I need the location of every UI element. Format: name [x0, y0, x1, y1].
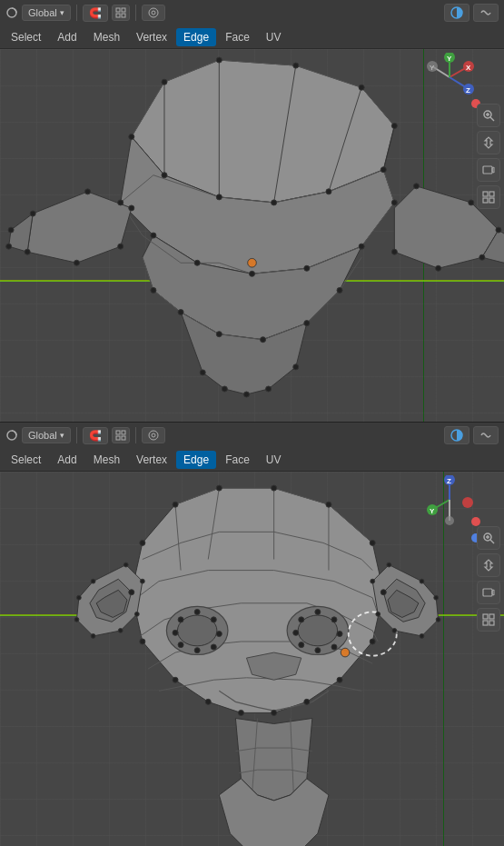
zoom-btn-bottom[interactable]	[477, 526, 500, 550]
svg-point-150	[216, 485, 222, 491]
svg-point-155	[370, 639, 375, 644]
menu-edge-top[interactable]: Edge	[176, 28, 216, 46]
svg-rect-85	[489, 192, 494, 196]
grid-btn-bottom[interactable]	[477, 608, 500, 632]
svg-rect-2	[122, 8, 125, 12]
svg-point-61	[266, 386, 272, 392]
snap-toggle-bottom[interactable]: 🧲	[83, 427, 108, 444]
mode-icon[interactable]	[5, 6, 18, 19]
svg-point-120	[293, 630, 299, 635]
svg-rect-184	[489, 621, 494, 625]
orientation-axes-bottom: Z Y	[425, 475, 475, 525]
svg-point-133	[76, 595, 81, 600]
menu-edge-bottom[interactable]: Edge	[176, 451, 216, 469]
svg-point-142	[420, 634, 424, 639]
svg-point-126	[91, 579, 95, 583]
canvas-bottom[interactable]: Z Y	[0, 472, 504, 846]
menu-add-bottom[interactable]: Add	[50, 451, 84, 469]
snap-options[interactable]	[112, 5, 130, 21]
viewport-bottom[interactable]: Global ▾ 🧲	[0, 423, 504, 846]
shading-icon	[479, 6, 492, 19]
zoom-btn-top[interactable]	[477, 104, 500, 127]
right-toolbar-bottom	[477, 526, 500, 632]
divider4	[135, 427, 136, 443]
svg-point-132	[74, 617, 79, 622]
menu-mesh-top[interactable]: Mesh	[86, 28, 127, 46]
svg-point-129	[134, 612, 139, 616]
shading-toggle-bottom[interactable]	[473, 426, 499, 444]
mode-icon-bottom[interactable]	[5, 429, 18, 442]
menu-face-top[interactable]: Face	[218, 28, 257, 46]
shading-icon-bottom	[479, 429, 492, 442]
svg-point-163	[129, 590, 134, 595]
svg-point-127	[124, 562, 128, 567]
svg-point-128	[140, 579, 144, 583]
proportional-edit-bottom[interactable]	[142, 427, 165, 443]
pan-icon-top	[482, 136, 495, 149]
snap-options-bottom[interactable]	[112, 427, 130, 443]
menu-mesh-bottom[interactable]: Mesh	[86, 451, 127, 469]
overlay-icon-bottom	[450, 429, 463, 442]
menu-vertex-bottom[interactable]: Vertex	[129, 451, 174, 469]
menu-select-bottom[interactable]: Select	[4, 451, 48, 469]
orientation-widget-top[interactable]: X Y Z Y	[425, 53, 475, 103]
svg-point-109	[178, 642, 183, 648]
svg-point-57	[479, 254, 485, 260]
svg-point-63	[222, 386, 227, 392]
proportional-icon-bottom	[148, 430, 159, 441]
svg-point-38	[304, 265, 310, 271]
svg-point-48	[129, 205, 134, 211]
svg-point-60	[293, 364, 299, 370]
svg-point-115	[331, 617, 337, 622]
grid-btn-top[interactable]	[477, 185, 500, 209]
svg-rect-181	[483, 614, 488, 619]
pan-btn-bottom[interactable]	[477, 553, 500, 577]
mesh-top	[0, 49, 504, 422]
svg-point-118	[315, 648, 321, 653]
toolbar-bottom: Global ▾ 🧲	[0, 423, 504, 448]
svg-point-103	[178, 617, 183, 622]
svg-text:Z: Z	[447, 477, 451, 485]
svg-point-30	[326, 189, 331, 194]
svg-point-55	[469, 200, 474, 205]
viewport-top[interactable]: Global ▾ 🧲	[0, 0, 504, 423]
canvas-top[interactable]: X Y Z Y	[0, 49, 504, 422]
chevron-down-icon: ▾	[60, 8, 64, 17]
svg-point-116	[337, 632, 342, 637]
transform-orientation-btn[interactable]: Global ▾	[22, 5, 71, 21]
svg-point-117	[331, 644, 337, 650]
pan-btn-top[interactable]	[477, 131, 500, 154]
svg-point-25	[359, 85, 364, 90]
svg-point-41	[304, 321, 310, 326]
snap-toggle[interactable]: 🧲	[83, 5, 108, 22]
menu-select-top[interactable]: Select	[4, 28, 48, 46]
overlay-toggle-bottom[interactable]	[444, 426, 469, 444]
grid-icon-bottom	[482, 613, 495, 626]
overlay-toggle[interactable]	[444, 4, 469, 22]
svg-point-44	[178, 310, 183, 315]
svg-point-31	[216, 194, 222, 200]
svg-point-29	[162, 173, 167, 178]
svg-point-139	[371, 579, 375, 583]
menu-vertex-top[interactable]: Vertex	[129, 28, 174, 46]
svg-point-108	[194, 648, 200, 653]
proportional-icon	[148, 7, 159, 18]
menu-face-bottom[interactable]: Face	[218, 451, 257, 469]
svg-text:Y: Y	[447, 55, 452, 63]
shading-toggle[interactable]	[473, 4, 499, 22]
svg-point-49	[118, 244, 124, 249]
proportional-edit[interactable]	[142, 5, 165, 21]
camera-btn-bottom[interactable]	[477, 581, 500, 604]
mesh-bottom	[0, 472, 504, 846]
svg-point-174	[462, 497, 473, 508]
svg-point-33	[118, 200, 124, 205]
svg-point-153	[370, 540, 375, 545]
menu-uv-bottom[interactable]: UV	[259, 451, 289, 469]
camera-btn-top[interactable]	[477, 158, 500, 182]
svg-line-79	[490, 117, 494, 121]
orientation-widget-bottom[interactable]: Z Y	[425, 475, 475, 525]
transform-orientation-btn-bottom[interactable]: Global ▾	[22, 427, 71, 443]
menu-uv-top[interactable]: UV	[259, 28, 289, 46]
svg-point-157	[304, 699, 310, 704]
menu-add-top[interactable]: Add	[50, 28, 84, 46]
